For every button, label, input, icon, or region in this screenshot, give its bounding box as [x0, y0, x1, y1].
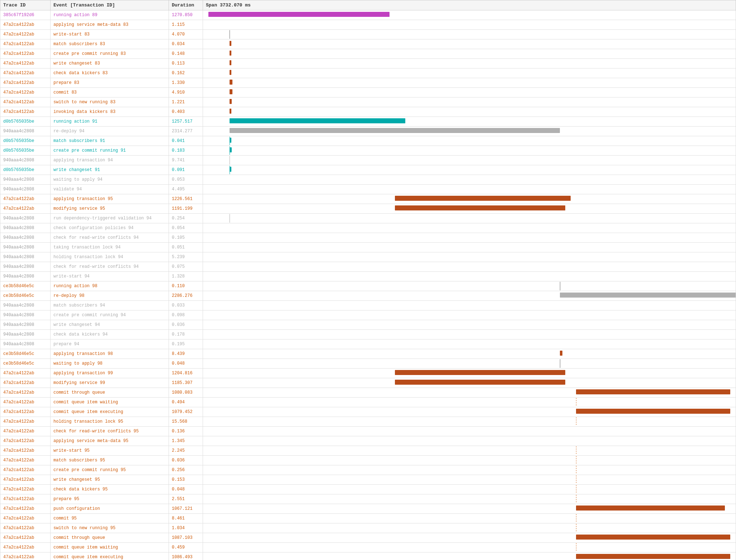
duration-cell: 0.153 [169, 475, 203, 485]
header-event: Event [Transaction ID] [51, 0, 169, 10]
table-row: 940aaa4c2808validate 944.495 [0, 185, 736, 194]
span-cell [203, 446, 736, 456]
duration-cell: 0.110 [169, 281, 203, 291]
duration-cell: 15.568 [169, 417, 203, 427]
trace-id-cell: 940aaa4c2808 [0, 223, 51, 233]
span-cell [203, 175, 736, 185]
trace-id-cell: d0b5765035be [0, 117, 51, 127]
event-cell: waiting to apply 94 [51, 175, 169, 185]
trace-id-cell: d0b5765035be [0, 136, 51, 146]
duration-cell: 0.195 [169, 340, 203, 349]
event-cell: running action 98 [51, 281, 169, 291]
trace-id-cell: 47a2ca4122ab [0, 30, 51, 39]
duration-cell: 0.136 [169, 427, 203, 436]
span-cell [203, 369, 736, 378]
duration-cell: 0.036 [169, 320, 203, 330]
span-cell [203, 475, 736, 485]
table-row: 47a2ca4122abcheck data kickers 830.162 [0, 68, 736, 78]
span-cell [203, 185, 736, 194]
event-cell: match subscribers 94 [51, 301, 169, 310]
duration-cell: 2314.277 [169, 127, 203, 136]
table-row: d0b5765035bewrite changeset 910.091 [0, 165, 736, 175]
event-cell: applying transaction 95 [51, 194, 169, 204]
duration-cell: 2.551 [169, 494, 203, 504]
event-cell: commit queue item waiting [51, 398, 169, 407]
trace-id-cell: d0b5765035be [0, 146, 51, 156]
duration-cell: 0.034 [169, 39, 203, 49]
table-row: 47a2ca4122abapplying service meta-data 8… [0, 20, 736, 30]
duration-cell: 2.245 [169, 446, 203, 456]
span-cell [203, 465, 736, 475]
duration-cell: 8.439 [169, 349, 203, 359]
duration-cell: 1080.083 [169, 388, 203, 398]
table-row: 47a2ca4122abcommit through queue1080.083 [0, 388, 736, 398]
header-duration: Duration [169, 0, 203, 10]
event-cell: write changeset 91 [51, 165, 169, 175]
table-row: ce3b58d46e5cre-deploy 982286.276 [0, 291, 736, 301]
duration-cell: 1204.816 [169, 369, 203, 378]
span-cell [203, 330, 736, 340]
table-row: 47a2ca4122abmodifying service 991185.307 [0, 378, 736, 388]
duration-cell: 1.034 [169, 523, 203, 533]
trace-id-cell: 47a2ca4122ab [0, 446, 51, 456]
event-cell: match subscribers 95 [51, 456, 169, 465]
event-cell: prepare 83 [51, 78, 169, 88]
trace-id-cell: ce3b58d46e5c [0, 291, 51, 301]
event-cell: commit through queue [51, 533, 169, 543]
event-cell: write-start 95 [51, 446, 169, 456]
table-row: 47a2ca4122abholding transaction lock 951… [0, 417, 736, 427]
table-row: 47a2ca4122abprepare 831.330 [0, 78, 736, 88]
duration-cell: 0.036 [169, 456, 203, 465]
event-cell: switch to new running 95 [51, 523, 169, 533]
event-cell: switch to new running 83 [51, 98, 169, 107]
span-cell [203, 107, 736, 117]
event-cell: write-start 94 [51, 272, 169, 281]
trace-id-cell: 47a2ca4122ab [0, 59, 51, 68]
span-cell [203, 436, 736, 446]
span-cell [203, 10, 736, 20]
trace-id-cell: 47a2ca4122ab [0, 523, 51, 533]
span-cell [203, 117, 736, 127]
table-row: 47a2ca4122abprepare 952.551 [0, 494, 736, 504]
table-row: 940aaa4c2808write changeset 940.036 [0, 320, 736, 330]
event-cell: running action 89 [51, 10, 169, 20]
event-cell: check for read-write conflicts 94 [51, 262, 169, 272]
table-row: 47a2ca4122abwrite changeset 950.153 [0, 475, 736, 485]
trace-id-cell: 940aaa4c2808 [0, 262, 51, 272]
table-row: 47a2ca4122abmodifying service 951191.199 [0, 204, 736, 214]
duration-cell: 1226.561 [169, 194, 203, 204]
event-cell: re-deploy 98 [51, 291, 169, 301]
event-cell: match subscribers 91 [51, 136, 169, 146]
span-cell [203, 417, 736, 427]
trace-id-cell: 940aaa4c2808 [0, 156, 51, 165]
table-row: 940aaa4c2808check for read-write conflic… [0, 262, 736, 272]
trace-id-cell: 940aaa4c2808 [0, 310, 51, 320]
span-cell [203, 243, 736, 252]
duration-cell: 0.053 [169, 175, 203, 185]
trace-id-cell: 47a2ca4122ab [0, 475, 51, 485]
table-row: 47a2ca4122abapplying transaction 951226.… [0, 194, 736, 204]
duration-cell: 0.162 [169, 68, 203, 78]
span-cell [203, 310, 736, 320]
table-row: 47a2ca4122abcheck data kickers 950.048 [0, 485, 736, 494]
table-row: 940aaa4c2808create pre commit running 94… [0, 310, 736, 320]
span-cell [203, 398, 736, 407]
duration-cell: 0.459 [169, 543, 203, 552]
span-cell [203, 59, 736, 68]
duration-cell: 1067.121 [169, 504, 203, 514]
trace-id-cell: 47a2ca4122ab [0, 427, 51, 436]
trace-id-cell: 47a2ca4122ab [0, 485, 51, 494]
event-cell: push configuration [51, 504, 169, 514]
event-cell: run dependency-triggered validation 94 [51, 214, 169, 223]
event-cell: create pre commit running 95 [51, 465, 169, 475]
duration-cell: 0.091 [169, 165, 203, 175]
table-row: 940aaa4c2808check for read-write conflic… [0, 233, 736, 243]
span-cell [203, 533, 736, 543]
duration-cell: 1257.517 [169, 117, 203, 127]
event-cell: applying transaction 98 [51, 349, 169, 359]
trace-id-cell: 940aaa4c2808 [0, 243, 51, 252]
event-cell: create pre commit running 94 [51, 310, 169, 320]
table-row: 47a2ca4122abapplying transaction 991204.… [0, 369, 736, 378]
event-cell: modifying service 99 [51, 378, 169, 388]
span-cell [203, 301, 736, 310]
